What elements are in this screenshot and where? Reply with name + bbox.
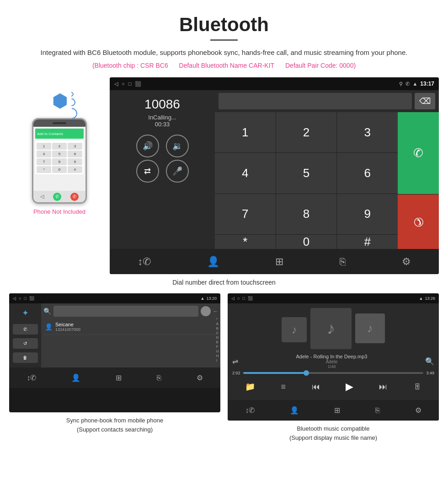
call-accept-btn[interactable]: ✆: [398, 112, 439, 194]
key-8[interactable]: 8: [276, 194, 337, 234]
key-4[interactable]: 4: [215, 153, 276, 193]
pb-nav-bar: ↕✆ 👤 ⊞ ⎘ ⚙: [9, 367, 220, 388]
volume-up-icon: 🔊: [143, 141, 153, 151]
music-nav-contacts[interactable]: 👤: [290, 406, 299, 415]
music-back-icon: ◁: [231, 296, 235, 301]
pb-screenshot-icon: ⬛: [29, 296, 34, 301]
music-time-current: 2:02: [232, 371, 240, 375]
music-progress-row: 2:02 3:49: [232, 371, 434, 375]
status-bar-right: ⚲ ✆ ▲ 13:17: [399, 81, 434, 87]
key-3[interactable]: 3: [337, 112, 398, 152]
key-1[interactable]: 1: [215, 112, 276, 152]
shuffle-icon[interactable]: ⇌: [232, 357, 238, 366]
music-progress-bar[interactable]: [243, 372, 424, 374]
alpha-E: E: [216, 340, 219, 344]
alpha-A: A: [216, 322, 219, 326]
phonebook-section: ◁ ○ □ ⬛ ▲ 13:20 ✦ ✆: [9, 293, 220, 442]
pb-recent-icon: □: [24, 296, 26, 301]
music-nav-transfer[interactable]: ⎘: [375, 406, 380, 415]
pb-signal-icon: ▲: [201, 296, 205, 301]
bluetooth-icon-wrapper: ⬢: [52, 91, 67, 111]
phone-key-star: *: [37, 166, 51, 173]
pb-sync-btn[interactable]: ↺: [13, 338, 38, 349]
pb-contact-item[interactable]: 👤 Seicane 13241007000: [43, 319, 218, 335]
phone-key-2: 2: [52, 143, 67, 150]
page-title: Bluetooth: [9, 14, 439, 36]
volume-up-btn[interactable]: 🔊: [136, 135, 159, 157]
music-nav-call[interactable]: ↕✆: [245, 406, 255, 415]
chip-label: (Bluetooth chip : CSR BC6: [92, 62, 168, 69]
home-nav-icon: ○: [122, 81, 125, 87]
nav-dialpad[interactable]: ⊞: [275, 256, 283, 268]
dial-screen: ◁ ○ □ ⬛ ⚲ ✆ ▲ 13:17 10086 InCalling...: [110, 77, 439, 274]
nav-settings[interactable]: ⚙: [402, 256, 411, 268]
nav-contacts[interactable]: 👤: [207, 256, 219, 268]
pb-nav-transfer[interactable]: ⎘: [157, 374, 161, 382]
pb-delete-btn[interactable]: 🗑: [13, 352, 38, 363]
phone-key-hash: #: [68, 166, 82, 173]
key-0[interactable]: 0: [276, 235, 337, 249]
key-7[interactable]: 7: [215, 194, 276, 234]
numpad-grid: 1 2 3 4 5 6 7 8 9 * 0 #: [215, 112, 398, 249]
music-nav-settings[interactable]: ⚙: [415, 406, 421, 415]
dial-input-field[interactable]: [219, 93, 412, 109]
alpha-I: I: [216, 358, 219, 362]
phone-left-panel: ⬢ Add to Contacts: [9, 77, 110, 215]
key-9[interactable]: 9: [337, 194, 398, 234]
status-time: 13:17: [420, 81, 434, 87]
music-status-right: ▲ 13:26: [419, 296, 435, 301]
next-btn[interactable]: ⏭: [379, 382, 387, 392]
play-btn[interactable]: ▶: [346, 381, 353, 393]
transfer-call-btn[interactable]: ⇄: [136, 160, 159, 183]
music-track-name: Adele - Rolling In the Deep.mp3: [238, 354, 425, 359]
key-hash[interactable]: #: [337, 235, 398, 249]
pb-voice-search[interactable]: [201, 306, 211, 316]
phone-key-4: 4: [37, 151, 51, 157]
pb-phone-icon: ✆: [23, 327, 27, 332]
top-section: ⬢ Add to Contacts: [9, 77, 439, 274]
phone-key-3: 3: [68, 143, 82, 150]
equalizer-icon[interactable]: 🎚: [413, 382, 421, 392]
album-art-prev: ♪: [282, 317, 307, 342]
prev-btn[interactable]: ⏮: [312, 382, 320, 392]
dial-call-status: InCalling...: [148, 114, 176, 121]
key-2[interactable]: 2: [276, 112, 337, 152]
dial-left-col: 10086 InCalling... 00:33 🔊 🔉 ⇄: [110, 90, 215, 249]
pb-contact-person-icon: 👤: [45, 323, 53, 330]
album-art-next-note: ♪: [367, 321, 373, 335]
pb-nav-dialpad[interactable]: ⊞: [116, 373, 122, 382]
dial-delete-btn[interactable]: ⌫: [415, 93, 435, 109]
key-star[interactable]: *: [215, 235, 276, 249]
pb-nav-contacts[interactable]: 👤: [71, 373, 80, 382]
pb-nav-call[interactable]: ↕✆: [27, 373, 36, 382]
pb-search-input[interactable]: [53, 306, 198, 317]
phone-screen: Add to Contacts 1 2 3 4 5 6 7 8 9: [33, 127, 85, 191]
dial-call-timer: 00:33: [155, 121, 170, 128]
pb-trash-icon: 🗑: [23, 355, 27, 360]
call-status-icon: ✆: [405, 81, 410, 87]
key-5[interactable]: 5: [276, 153, 337, 193]
nav-call-logs[interactable]: ↕✆: [138, 256, 151, 268]
music-nav-dialpad[interactable]: ⊞: [334, 406, 340, 415]
subtitle-text: Integrated with BC6 Bluetooth module, su…: [9, 47, 439, 58]
pb-search-icon: 🔍: [43, 308, 51, 315]
folder-icon[interactable]: 📁: [245, 382, 255, 392]
nav-transfer[interactable]: ⎘: [340, 256, 346, 268]
pb-nav-settings[interactable]: ⚙: [197, 373, 203, 382]
playlist-icon[interactable]: ≡: [281, 382, 286, 392]
call-end-btn[interactable]: ✆: [398, 194, 439, 249]
pb-sync-icon: ↺: [23, 341, 27, 346]
phone-key-8: 8: [52, 158, 67, 165]
mute-btn[interactable]: 🎤: [166, 160, 189, 183]
pb-call-btn[interactable]: ✆: [13, 324, 38, 335]
music-time: 13:26: [425, 296, 435, 301]
phone-back-btn: ◁: [40, 194, 44, 200]
key-6[interactable]: 6: [337, 153, 398, 193]
signal-icon: ▲: [412, 81, 417, 86]
dial-nav-bar: ↕✆ 👤 ⊞ ⎘ ⚙: [110, 249, 439, 274]
pb-contact-number: 13241007000: [55, 327, 80, 332]
music-search-icon[interactable]: 🔍: [425, 357, 434, 366]
status-bar: ◁ ○ □ ⬛ ⚲ ✆ ▲ 13:17: [110, 77, 439, 90]
volume-down-btn[interactable]: 🔉: [166, 135, 189, 157]
dial-action-row-2: ⇄ 🎤: [136, 160, 189, 183]
